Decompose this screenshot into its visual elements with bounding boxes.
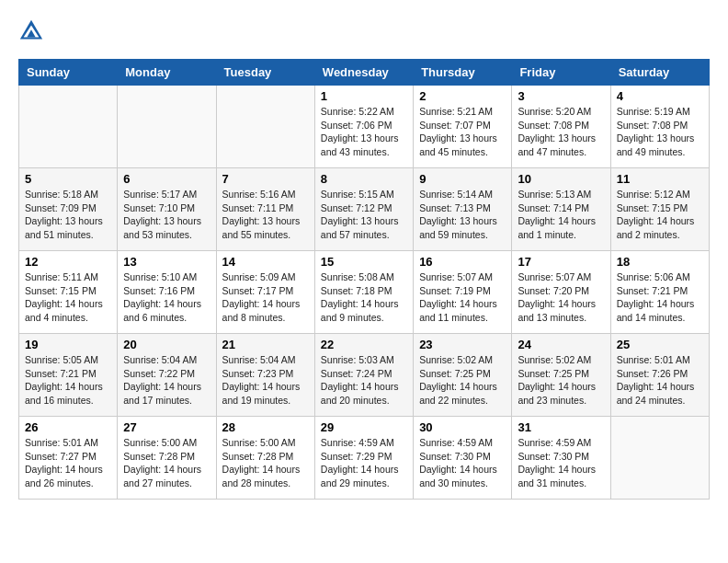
day-info: Sunrise: 5:02 AMSunset: 7:25 PMDaylight:… (518, 353, 604, 408)
weekday-header: Monday (118, 60, 216, 86)
calendar-cell: 20Sunrise: 5:04 AMSunset: 7:22 PMDayligh… (118, 334, 216, 417)
day-number: 14 (222, 255, 309, 269)
day-number: 29 (321, 420, 407, 434)
day-info: Sunrise: 5:00 AMSunset: 7:28 PMDaylight:… (123, 436, 210, 490)
day-number: 28 (222, 420, 309, 434)
weekday-header: Sunday (19, 60, 118, 86)
day-number: 11 (617, 172, 703, 186)
day-number: 20 (123, 338, 210, 351)
day-info: Sunrise: 5:22 AMSunset: 7:06 PMDaylight:… (321, 105, 407, 159)
calendar-header-row: SundayMondayTuesdayWednesdayThursdayFrid… (19, 60, 710, 86)
day-number: 7 (222, 172, 309, 186)
calendar-cell (216, 86, 314, 168)
day-info: Sunrise: 5:12 AMSunset: 7:15 PMDaylight:… (617, 188, 703, 242)
day-number: 6 (123, 172, 210, 186)
calendar-cell: 19Sunrise: 5:05 AMSunset: 7:21 PMDayligh… (19, 334, 118, 417)
day-info: Sunrise: 5:14 AMSunset: 7:13 PMDaylight:… (419, 188, 506, 242)
day-number: 25 (617, 338, 703, 351)
day-info: Sunrise: 4:59 AMSunset: 7:29 PMDaylight:… (321, 436, 407, 490)
calendar-cell: 25Sunrise: 5:01 AMSunset: 7:26 PMDayligh… (610, 334, 709, 417)
calendar-cell: 27Sunrise: 5:00 AMSunset: 7:28 PMDayligh… (118, 417, 216, 500)
day-number: 17 (518, 255, 604, 269)
day-info: Sunrise: 5:19 AMSunset: 7:08 PMDaylight:… (617, 105, 703, 159)
day-number: 27 (123, 420, 210, 434)
day-number: 12 (25, 255, 111, 269)
day-number: 4 (617, 89, 703, 103)
weekday-header: Thursday (414, 60, 512, 86)
calendar-cell: 1Sunrise: 5:22 AMSunset: 7:06 PMDaylight… (314, 86, 413, 168)
day-number: 22 (321, 338, 407, 351)
day-number: 21 (222, 338, 309, 351)
day-info: Sunrise: 5:02 AMSunset: 7:25 PMDaylight:… (419, 353, 506, 408)
calendar-cell: 22Sunrise: 5:03 AMSunset: 7:24 PMDayligh… (314, 334, 413, 417)
day-info: Sunrise: 5:11 AMSunset: 7:15 PMDaylight:… (25, 270, 111, 325)
day-number: 23 (419, 338, 506, 351)
day-info: Sunrise: 5:05 AMSunset: 7:21 PMDaylight:… (25, 353, 111, 408)
logo (18, 18, 48, 44)
calendar-cell: 30Sunrise: 4:59 AMSunset: 7:30 PMDayligh… (414, 417, 512, 500)
calendar-cell: 2Sunrise: 5:21 AMSunset: 7:07 PMDaylight… (414, 86, 512, 168)
weekday-header: Wednesday (314, 60, 413, 86)
calendar-cell: 29Sunrise: 4:59 AMSunset: 7:29 PMDayligh… (314, 417, 413, 500)
day-info: Sunrise: 5:03 AMSunset: 7:24 PMDaylight:… (321, 353, 407, 408)
day-info: Sunrise: 5:08 AMSunset: 7:18 PMDaylight:… (321, 270, 407, 325)
calendar-cell: 5Sunrise: 5:18 AMSunset: 7:09 PMDaylight… (19, 168, 118, 251)
calendar-cell: 13Sunrise: 5:10 AMSunset: 7:16 PMDayligh… (118, 251, 216, 334)
calendar-week-row: 12Sunrise: 5:11 AMSunset: 7:15 PMDayligh… (19, 251, 710, 334)
day-info: Sunrise: 5:18 AMSunset: 7:09 PMDaylight:… (25, 188, 111, 242)
day-info: Sunrise: 4:59 AMSunset: 7:30 PMDaylight:… (518, 436, 604, 490)
calendar-cell: 28Sunrise: 5:00 AMSunset: 7:28 PMDayligh… (216, 417, 314, 500)
day-number: 26 (25, 420, 111, 434)
calendar-cell: 17Sunrise: 5:07 AMSunset: 7:20 PMDayligh… (512, 251, 610, 334)
calendar-cell: 16Sunrise: 5:07 AMSunset: 7:19 PMDayligh… (414, 251, 512, 334)
calendar-cell: 15Sunrise: 5:08 AMSunset: 7:18 PMDayligh… (314, 251, 413, 334)
calendar-cell: 6Sunrise: 5:17 AMSunset: 7:10 PMDaylight… (118, 168, 216, 251)
day-number: 8 (321, 172, 407, 186)
day-info: Sunrise: 5:06 AMSunset: 7:21 PMDaylight:… (617, 270, 703, 325)
calendar-cell: 10Sunrise: 5:13 AMSunset: 7:14 PMDayligh… (512, 168, 610, 251)
day-number: 19 (25, 338, 111, 351)
day-number: 13 (123, 255, 210, 269)
day-info: Sunrise: 5:20 AMSunset: 7:08 PMDaylight:… (518, 105, 604, 159)
calendar-cell: 14Sunrise: 5:09 AMSunset: 7:17 PMDayligh… (216, 251, 314, 334)
calendar-cell: 12Sunrise: 5:11 AMSunset: 7:15 PMDayligh… (19, 251, 118, 334)
calendar-cell: 4Sunrise: 5:19 AMSunset: 7:08 PMDaylight… (610, 86, 709, 168)
calendar-week-row: 1Sunrise: 5:22 AMSunset: 7:06 PMDaylight… (19, 86, 710, 168)
calendar-cell: 7Sunrise: 5:16 AMSunset: 7:11 PMDaylight… (216, 168, 314, 251)
calendar-week-row: 19Sunrise: 5:05 AMSunset: 7:21 PMDayligh… (19, 334, 710, 417)
day-info: Sunrise: 5:04 AMSunset: 7:23 PMDaylight:… (222, 353, 309, 408)
day-info: Sunrise: 5:01 AMSunset: 7:27 PMDaylight:… (25, 436, 111, 490)
day-number: 5 (25, 172, 111, 186)
day-number: 2 (419, 89, 506, 103)
calendar-cell: 31Sunrise: 4:59 AMSunset: 7:30 PMDayligh… (512, 417, 610, 500)
day-info: Sunrise: 5:00 AMSunset: 7:28 PMDaylight:… (222, 436, 309, 490)
day-number: 31 (518, 420, 604, 434)
weekday-header: Friday (512, 60, 610, 86)
day-number: 10 (518, 172, 604, 186)
day-number: 15 (321, 255, 407, 269)
day-number: 3 (518, 89, 604, 103)
day-info: Sunrise: 5:07 AMSunset: 7:19 PMDaylight:… (419, 270, 506, 325)
calendar-cell: 9Sunrise: 5:14 AMSunset: 7:13 PMDaylight… (414, 168, 512, 251)
calendar-week-row: 5Sunrise: 5:18 AMSunset: 7:09 PMDaylight… (19, 168, 710, 251)
day-number: 24 (518, 338, 604, 351)
day-info: Sunrise: 5:10 AMSunset: 7:16 PMDaylight:… (123, 270, 210, 325)
day-info: Sunrise: 5:21 AMSunset: 7:07 PMDaylight:… (419, 105, 506, 159)
logo-icon (18, 18, 44, 44)
day-number: 16 (419, 255, 506, 269)
day-info: Sunrise: 5:09 AMSunset: 7:17 PMDaylight:… (222, 270, 309, 325)
calendar-cell: 23Sunrise: 5:02 AMSunset: 7:25 PMDayligh… (414, 334, 512, 417)
calendar-cell: 11Sunrise: 5:12 AMSunset: 7:15 PMDayligh… (610, 168, 709, 251)
calendar-cell: 21Sunrise: 5:04 AMSunset: 7:23 PMDayligh… (216, 334, 314, 417)
calendar-week-row: 26Sunrise: 5:01 AMSunset: 7:27 PMDayligh… (19, 417, 710, 500)
day-info: Sunrise: 5:07 AMSunset: 7:20 PMDaylight:… (518, 270, 604, 325)
weekday-header: Tuesday (216, 60, 314, 86)
calendar-table: SundayMondayTuesdayWednesdayThursdayFrid… (18, 59, 710, 500)
day-number: 18 (617, 255, 703, 269)
calendar-cell: 24Sunrise: 5:02 AMSunset: 7:25 PMDayligh… (512, 334, 610, 417)
day-number: 9 (419, 172, 506, 186)
weekday-header: Saturday (610, 60, 709, 86)
day-info: Sunrise: 5:01 AMSunset: 7:26 PMDaylight:… (617, 353, 703, 408)
calendar-cell (610, 417, 709, 500)
calendar-cell: 18Sunrise: 5:06 AMSunset: 7:21 PMDayligh… (610, 251, 709, 334)
